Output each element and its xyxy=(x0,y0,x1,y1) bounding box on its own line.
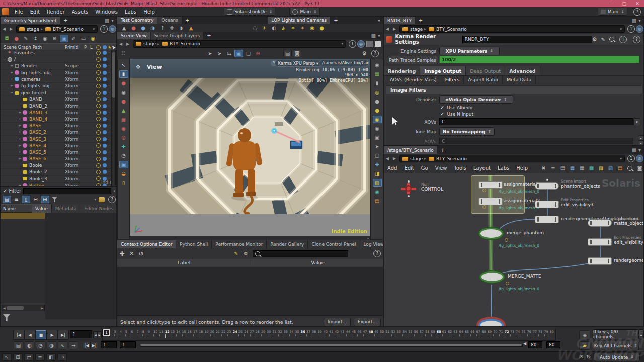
visibility-icon[interactable] xyxy=(103,111,107,115)
bottom-tab[interactable]: Clone Control Panel xyxy=(308,240,360,248)
viewport-display-icon[interactable]: ● xyxy=(373,107,382,114)
status-tool-icon[interactable]: ◧ xyxy=(46,353,56,361)
forward-icon[interactable]: ▶ xyxy=(124,42,131,46)
viewport-tool-icon[interactable]: ◒ xyxy=(119,170,128,177)
activation-icon[interactable] xyxy=(96,84,101,88)
label-column-header[interactable]: Label xyxy=(117,260,251,265)
h-scrollbar[interactable]: ◀ ▶ xyxy=(2,305,45,311)
viewport-display-icon[interactable]: ● xyxy=(373,98,382,105)
column-l[interactable]: L xyxy=(90,45,93,50)
value-column-header[interactable]: Value xyxy=(251,260,383,265)
activation-icon[interactable] xyxy=(96,104,101,108)
gear-icon[interactable]: ◎ xyxy=(636,155,643,162)
select-mode-icon[interactable]: ▢ xyxy=(244,50,253,57)
table-row[interactable]: + BASE_2 Xform · xyxy=(1,129,117,136)
info-icon[interactable]: i xyxy=(619,36,627,43)
activation-icon[interactable] xyxy=(96,117,101,121)
shelf-tool-icon[interactable]: ◗ xyxy=(177,24,186,32)
viewport-display-icon[interactable]: ▤ xyxy=(373,197,382,205)
frame-ruler[interactable]: 1234567891011121314151617181920212223242… xyxy=(102,329,556,341)
refresh-icon[interactable]: ↻ xyxy=(587,354,591,360)
network-toolbar-icon[interactable]: ▦ xyxy=(568,164,577,172)
chevron-down-icon[interactable]: ▾ xyxy=(94,198,96,202)
activation-icon[interactable] xyxy=(96,51,101,55)
activation-icon[interactable] xyxy=(96,124,101,128)
gear-icon[interactable]: ◎ xyxy=(109,25,116,33)
path-traced-samples-label[interactable]: Path Traced Samples xyxy=(387,56,438,64)
delete-option-button[interactable]: ✕ xyxy=(127,250,136,257)
activation-icon[interactable] xyxy=(96,150,101,154)
current-frame-input[interactable]: 1 xyxy=(70,330,92,338)
table-row[interactable]: − / · xyxy=(1,56,117,63)
activation-icon[interactable] xyxy=(96,97,101,102)
toolbar-icon[interactable]: ↕ xyxy=(31,35,40,42)
play-button[interactable]: ▶ xyxy=(46,330,58,340)
bottom-tab[interactable]: Python Shell xyxy=(176,240,212,248)
jump-start-button[interactable]: |◀ xyxy=(13,330,25,340)
shelf-tab-lop-lights[interactable]: LOP Lights and Cameras xyxy=(268,17,331,24)
tab-network-path[interactable]: /stage/BTY_Scenario xyxy=(384,146,438,154)
viewport-display-icon[interactable]: ▮ xyxy=(373,79,382,87)
value-tab[interactable]: Editor Nodes xyxy=(80,204,117,213)
help-icon[interactable]: ? xyxy=(633,8,641,16)
viewport-tool-icon[interactable]: ↖ xyxy=(119,61,128,69)
select-mode-icon[interactable]: ⊖ xyxy=(254,50,262,57)
param-tab[interactable]: Advanced xyxy=(505,66,540,75)
activation-icon[interactable] xyxy=(96,110,101,115)
visibility-icon[interactable] xyxy=(103,71,107,75)
breadcrumb[interactable]: stage ▸ BTY_Scenario ▾ xyxy=(16,25,98,33)
bottom-tab[interactable]: Log Viewer xyxy=(360,240,383,248)
param-tab[interactable]: Rendering xyxy=(384,66,420,75)
viewport-display-icon[interactable]: ➤ xyxy=(373,143,382,150)
network-toolbar-icon[interactable]: ▦ xyxy=(578,164,586,172)
viewport-display-icon[interactable]: ◉ xyxy=(373,116,382,123)
chevron-down-icon[interactable]: ▾ xyxy=(378,18,380,23)
refresh-button[interactable]: ↺ xyxy=(137,250,145,257)
gear-icon[interactable]: ⚙ xyxy=(592,36,597,43)
column-path[interactable]: Scene Graph Path xyxy=(4,45,42,50)
param-tab[interactable]: Image Output xyxy=(420,66,466,75)
table-row[interactable]: + BASE_3 Xform · xyxy=(1,136,117,142)
gear-icon[interactable]: ◎ xyxy=(636,25,643,33)
activation-icon[interactable] xyxy=(96,90,101,95)
folder-icon[interactable] xyxy=(99,197,105,202)
viewport-tool-icon[interactable]: ◉ xyxy=(119,88,128,96)
table-row[interactable]: + BASE_6 Xform · xyxy=(1,156,117,162)
range-end-input[interactable]: 80 xyxy=(528,341,542,348)
select-mode-icon[interactable]: ➤ xyxy=(215,50,224,57)
visibility-icon[interactable] xyxy=(103,64,107,68)
chevron-down-icon[interactable]: ▾ xyxy=(111,18,114,23)
viewport-display-icon[interactable]: ◎ xyxy=(373,88,382,96)
shelf-tool-icon[interactable]: ◉ xyxy=(308,24,316,32)
shelf-tool-icon[interactable]: ▲ xyxy=(187,24,195,32)
key-icon[interactable]: ▰ xyxy=(579,341,590,350)
toolbar-icon[interactable]: ◉ xyxy=(89,35,97,42)
viewport-display-icon[interactable]: ▧ xyxy=(373,179,382,187)
visibility-icon[interactable] xyxy=(103,130,107,134)
activation-icon[interactable] xyxy=(96,137,101,141)
snapshot-icon[interactable]: ◙ xyxy=(635,164,644,172)
desktop-right-selector[interactable]: Main⇕ xyxy=(598,8,627,16)
shelf-tool-icon[interactable]: ◐ xyxy=(270,24,278,32)
activation-icon[interactable] xyxy=(96,64,101,68)
view-tab[interactable]: Scene Graph Layers xyxy=(151,32,204,39)
filter-check-icon[interactable]: ✓ xyxy=(3,188,7,194)
network-toolbar-icon[interactable]: ▩ xyxy=(587,164,596,172)
visibility-icon[interactable] xyxy=(103,90,107,95)
playback-toggle-icon[interactable]: ∿ xyxy=(58,341,67,349)
value-tab[interactable]: Value xyxy=(32,204,52,213)
display-options-icon[interactable] xyxy=(375,41,381,47)
jump-end-button[interactable]: ▶| xyxy=(57,330,69,340)
back-icon[interactable]: ◀ xyxy=(384,27,391,31)
aovs-dropdown-icon[interactable]: ▾ xyxy=(633,118,640,126)
key-all-channels-button[interactable]: Key All Channels⇕ xyxy=(593,341,639,350)
toolbar-icon[interactable]: ⊟ xyxy=(31,196,40,203)
viewport-display-icon[interactable]: ◉ xyxy=(373,125,382,132)
add-shelf-tab[interactable]: + xyxy=(182,17,192,24)
help-icon[interactable]: ? xyxy=(371,50,379,57)
visibility-icon[interactable] xyxy=(103,117,107,121)
menu-item[interactable]: Edit xyxy=(27,9,43,15)
help-icon[interactable]: ? xyxy=(633,36,640,43)
activation-icon[interactable] xyxy=(96,57,101,62)
back-icon[interactable]: ◀ xyxy=(384,156,391,161)
